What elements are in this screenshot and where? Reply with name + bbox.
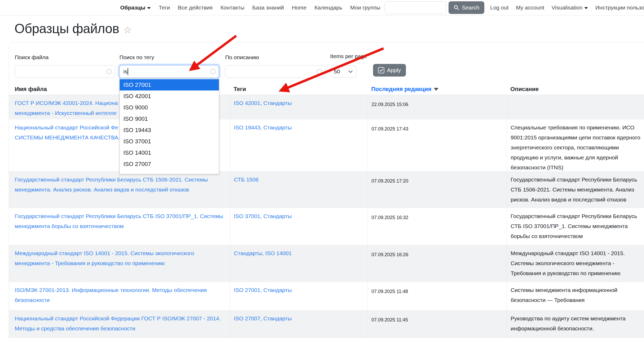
last-modified-cell: 07.09.2025 11:48 xyxy=(368,282,507,310)
tags-cell: ISO 37001, Стандарты xyxy=(230,208,368,245)
chevron-down-icon xyxy=(147,7,151,9)
search-button-label: Search xyxy=(462,4,480,11)
table-row: Международный стандарт ISO 14001 - 2015.… xyxy=(9,245,644,282)
favorite-star-icon[interactable]: ☆ xyxy=(123,25,132,35)
items-per-page-label: Items per page xyxy=(330,53,367,59)
autocomplete-spinner-icon xyxy=(317,69,322,74)
tag-link[interactable]: ISO 27001 xyxy=(234,287,260,293)
nav-item-label: Календарь xyxy=(314,4,342,11)
nav-item-label: Контакты xyxy=(220,4,244,11)
tag-suggestion-item[interactable]: ISO 27001 xyxy=(120,79,219,90)
table-row: Национальный стандарт Российской Федерац… xyxy=(9,310,644,338)
tags-cell: ISO 19443, Стандарты xyxy=(230,119,368,171)
nav-item-my-account[interactable]: My account xyxy=(516,4,544,11)
nav-item-label: Мои группы xyxy=(350,4,380,11)
tag-suggestion-item[interactable]: ISO 27007 xyxy=(120,158,219,170)
chevron-down-icon xyxy=(348,70,353,73)
nav-item-user-instructions[interactable]: Инструкции пользователя xyxy=(595,4,644,11)
tag-suggestion-item[interactable]: ISO 37001 xyxy=(120,136,219,147)
file-name-cell: Национальный стандарт Российской Федерац… xyxy=(9,310,230,338)
tag-link[interactable]: ISO 27007 xyxy=(234,315,260,321)
column-header-modified-label: Последняя редакция xyxy=(371,86,431,93)
tag-link[interactable]: Стандарты xyxy=(263,213,292,219)
tag-search-label: Поиск по тегу xyxy=(119,54,154,60)
tag-link[interactable]: СТБ 1506 xyxy=(234,176,259,183)
search-input[interactable] xyxy=(385,1,446,14)
tag-search-input[interactable]: is xyxy=(119,65,219,78)
nav-item-label: Home xyxy=(292,4,306,11)
description-cell: Системы менеджмента информационной безоп… xyxy=(507,282,644,310)
column-header-modified[interactable]: Последняя редакция xyxy=(368,86,507,93)
nav-item-tags[interactable]: Теги xyxy=(159,4,170,11)
file-name-link[interactable]: Международный стандарт ISO 14001 - 2015.… xyxy=(15,250,194,266)
description-cell: Государственный стандарт Республики Бела… xyxy=(507,171,644,208)
tag-suggestion-item[interactable]: ISO 19443 xyxy=(120,124,219,136)
file-name-link[interactable]: ISO/МЭК 27001-2013. Информационные техно… xyxy=(15,287,207,303)
file-name-link[interactable]: ГОСТ Р ИСО/МЭК 42001-2024. Национа менед… xyxy=(15,100,118,116)
items-per-page-select[interactable]: 50 xyxy=(330,65,356,78)
autocomplete-spinner-icon xyxy=(210,69,215,74)
tag-suggestion-item[interactable]: ISO 9001 xyxy=(120,113,219,124)
nav-item-contacts[interactable]: Контакты xyxy=(220,4,244,11)
search-button[interactable]: Search xyxy=(449,1,485,14)
last-modified-cell: 07.09.2025 11:45 xyxy=(368,310,507,338)
page-title: Образцы файлов xyxy=(14,21,119,36)
tag-link[interactable]: ISO 14001 xyxy=(265,250,291,256)
description-cell: Государственный стандарт Республики Бела… xyxy=(507,208,644,245)
tag-link[interactable]: Стандарты xyxy=(263,287,292,293)
nav-left: ОбразцыТегиВсе действияКонтактыБаза знан… xyxy=(120,4,380,11)
tag-suggestion-item[interactable]: ISO 14001 xyxy=(120,147,219,158)
search-icon xyxy=(454,5,459,11)
file-name-link[interactable]: Государственный стандарт Республики Бела… xyxy=(15,213,223,229)
last-modified-cell: 07.09.2025 17:20 xyxy=(368,171,507,208)
description-cell xyxy=(507,95,644,119)
sort-descending-icon xyxy=(434,88,439,91)
tag-link[interactable]: ISO 19443 xyxy=(234,124,260,130)
last-modified-cell: 07.09.2025 16:26 xyxy=(368,245,507,282)
tags-cell: ISO 27007, Стандарты xyxy=(230,310,368,338)
nav-item-calendar[interactable]: Календарь xyxy=(314,4,342,11)
tag-search-value: is xyxy=(123,68,127,75)
description-cell: Руководства по аудиту систем менеджмента… xyxy=(507,310,644,338)
table-row: Государственный стандарт Республики Бела… xyxy=(9,171,644,208)
tag-suggestion-item[interactable]: ISO 9000 xyxy=(120,102,219,113)
last-modified-cell: 07.09.2025 17:43 xyxy=(368,119,507,171)
tag-link[interactable]: Стандарты xyxy=(263,124,292,130)
text-cursor xyxy=(128,68,128,75)
tag-link[interactable]: ISO 37001 xyxy=(234,213,260,219)
tag-link[interactable]: Стандарты xyxy=(234,250,262,256)
file-name-link[interactable]: Национальный стандарт Российской Фе СИСТ… xyxy=(15,124,120,140)
file-name-link[interactable]: Национальный стандарт Российской Федерац… xyxy=(15,315,221,331)
nav-item-my-groups[interactable]: Мои группы xyxy=(350,4,380,11)
nav-item-visualisation[interactable]: Visualisation xyxy=(552,4,588,11)
tag-link[interactable]: ISO 42001 xyxy=(234,100,260,106)
file-name-link[interactable]: Государственный стандарт Республики Бела… xyxy=(15,176,208,193)
nav-item-knowledge-base[interactable]: База знаний xyxy=(252,4,284,11)
table-row: ISO/МЭК 27001-2013. Информационные техно… xyxy=(9,282,644,310)
nav-item-log-out[interactable]: Log out xyxy=(490,4,509,11)
nav-search-group: Search xyxy=(385,1,485,14)
table-row: Национальный стандарт Российской Фе СИСТ… xyxy=(9,119,644,171)
autocomplete-spinner-icon xyxy=(106,69,112,74)
content-panel: Поиск файла Поиск по тегу По описанию It… xyxy=(9,42,644,338)
table-row: Государственный стандарт Республики Бела… xyxy=(9,208,644,245)
page-title-block: Образцы файлов ☆ xyxy=(14,21,132,36)
file-name-cell: Государственный стандарт Республики Бела… xyxy=(9,171,230,208)
tags-cell: ISO 27001, Стандарты xyxy=(230,282,368,310)
items-per-page-value: 50 xyxy=(334,68,340,75)
table-body: ГОСТ Р ИСО/МЭК 42001-2024. Национа менед… xyxy=(9,95,644,338)
nav-item-label: Log out xyxy=(490,4,509,11)
description-search-input[interactable] xyxy=(225,65,325,78)
nav-item-all-actions[interactable]: Все действия xyxy=(178,4,213,11)
nav-item-label: My account xyxy=(516,4,544,11)
nav-item-samples[interactable]: Образцы xyxy=(120,4,151,11)
tags-cell: Стандарты, ISO 14001 xyxy=(230,245,368,282)
tag-suggestion-item[interactable]: ISO 42001 xyxy=(120,90,219,102)
tag-link[interactable]: Стандарты xyxy=(263,100,292,106)
tag-link[interactable]: Стандарты xyxy=(263,315,292,321)
apply-button[interactable]: Apply xyxy=(373,64,406,77)
file-search-input[interactable] xyxy=(15,65,115,78)
nav-item-home[interactable]: Home xyxy=(292,4,306,11)
column-header-description[interactable]: Описание xyxy=(507,86,644,93)
column-header-tags[interactable]: Теги xyxy=(230,86,368,93)
